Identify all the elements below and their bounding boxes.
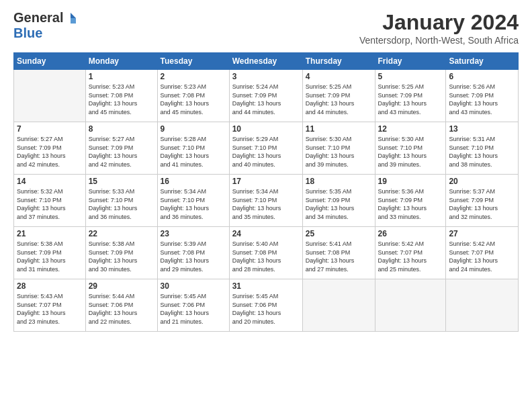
day-info: Sunrise: 5:31 AMSunset: 7:10 PMDaylight:… <box>449 135 515 169</box>
day-number: 13 <box>449 124 515 134</box>
day-info: Sunrise: 5:23 AMSunset: 7:08 PMDaylight:… <box>89 83 154 116</box>
day-cell: 6Sunrise: 5:26 AMSunset: 7:09 PMDaylight… <box>446 70 519 122</box>
day-cell <box>302 279 375 332</box>
day-cell: 9Sunrise: 5:28 AMSunset: 7:10 PMDaylight… <box>157 122 229 175</box>
day-number: 5 <box>378 72 443 81</box>
day-number: 16 <box>161 177 226 186</box>
day-number: 18 <box>306 177 372 186</box>
day-number: 12 <box>378 124 443 134</box>
day-number: 14 <box>17 177 83 186</box>
day-info: Sunrise: 5:38 AMSunset: 7:09 PMDaylight:… <box>17 240 83 273</box>
svg-marker-1 <box>71 18 76 24</box>
day-number: 30 <box>161 281 226 291</box>
header-row: Sunday Monday Tuesday Wednesday Thursday… <box>14 53 519 70</box>
month-title: January 2024 <box>359 10 519 35</box>
header: General Blue January 2024 Ventersdorp, N… <box>13 10 519 46</box>
page: General Blue January 2024 Ventersdorp, N… <box>0 0 532 411</box>
day-cell: 4Sunrise: 5:25 AMSunset: 7:09 PMDaylight… <box>302 70 375 122</box>
day-number: 27 <box>449 229 515 238</box>
svg-marker-0 <box>71 13 76 18</box>
day-cell: 7Sunrise: 5:27 AMSunset: 7:09 PMDaylight… <box>14 122 86 175</box>
day-number: 6 <box>449 72 515 81</box>
day-cell: 8Sunrise: 5:27 AMSunset: 7:09 PMDaylight… <box>85 122 157 175</box>
day-info: Sunrise: 5:41 AMSunset: 7:08 PMDaylight:… <box>306 240 372 273</box>
day-number: 10 <box>232 124 300 134</box>
week-row-2: 14Sunrise: 5:32 AMSunset: 7:10 PMDayligh… <box>14 175 519 227</box>
day-number: 23 <box>161 229 226 238</box>
day-cell: 26Sunrise: 5:42 AMSunset: 7:07 PMDayligh… <box>375 227 446 279</box>
day-number: 3 <box>232 72 300 81</box>
day-info: Sunrise: 5:26 AMSunset: 7:09 PMDaylight:… <box>449 83 515 116</box>
day-number: 11 <box>306 124 372 134</box>
day-info: Sunrise: 5:40 AMSunset: 7:08 PMDaylight:… <box>232 240 300 273</box>
header-friday: Friday <box>375 53 446 70</box>
day-cell: 28Sunrise: 5:43 AMSunset: 7:07 PMDayligh… <box>14 279 86 332</box>
day-cell: 24Sunrise: 5:40 AMSunset: 7:08 PMDayligh… <box>229 227 302 279</box>
day-cell: 19Sunrise: 5:36 AMSunset: 7:09 PMDayligh… <box>375 175 446 227</box>
week-row-4: 28Sunrise: 5:43 AMSunset: 7:07 PMDayligh… <box>14 279 519 332</box>
day-cell: 20Sunrise: 5:37 AMSunset: 7:09 PMDayligh… <box>446 175 519 227</box>
day-number: 31 <box>232 281 300 291</box>
day-info: Sunrise: 5:42 AMSunset: 7:07 PMDaylight:… <box>378 240 443 273</box>
day-info: Sunrise: 5:32 AMSunset: 7:10 PMDaylight:… <box>17 187 83 221</box>
day-info: Sunrise: 5:39 AMSunset: 7:08 PMDaylight:… <box>161 240 226 273</box>
day-info: Sunrise: 5:28 AMSunset: 7:10 PMDaylight:… <box>161 135 226 169</box>
day-cell: 13Sunrise: 5:31 AMSunset: 7:10 PMDayligh… <box>446 122 519 175</box>
day-info: Sunrise: 5:45 AMSunset: 7:06 PMDaylight:… <box>161 292 226 326</box>
day-number: 1 <box>89 72 154 81</box>
day-info: Sunrise: 5:23 AMSunset: 7:08 PMDaylight:… <box>161 83 226 116</box>
day-info: Sunrise: 5:38 AMSunset: 7:09 PMDaylight:… <box>89 240 154 273</box>
day-info: Sunrise: 5:43 AMSunset: 7:07 PMDaylight:… <box>17 292 83 326</box>
day-info: Sunrise: 5:25 AMSunset: 7:09 PMDaylight:… <box>378 83 443 116</box>
header-saturday: Saturday <box>446 53 519 70</box>
header-sunday: Sunday <box>14 53 86 70</box>
day-number: 29 <box>89 281 154 291</box>
header-tuesday: Tuesday <box>157 53 229 70</box>
day-number: 22 <box>89 229 154 238</box>
header-thursday: Thursday <box>302 53 375 70</box>
day-cell: 10Sunrise: 5:29 AMSunset: 7:10 PMDayligh… <box>229 122 302 175</box>
day-info: Sunrise: 5:25 AMSunset: 7:09 PMDaylight:… <box>306 83 372 116</box>
day-info: Sunrise: 5:37 AMSunset: 7:09 PMDaylight:… <box>449 187 515 221</box>
day-cell: 25Sunrise: 5:41 AMSunset: 7:08 PMDayligh… <box>302 227 375 279</box>
day-info: Sunrise: 5:35 AMSunset: 7:09 PMDaylight:… <box>306 187 372 221</box>
day-cell <box>375 279 446 332</box>
day-info: Sunrise: 5:27 AMSunset: 7:09 PMDaylight:… <box>89 135 154 169</box>
day-number: 20 <box>449 177 515 186</box>
logo-general-text: General <box>13 10 63 26</box>
day-info: Sunrise: 5:30 AMSunset: 7:10 PMDaylight:… <box>306 135 372 169</box>
day-cell: 5Sunrise: 5:25 AMSunset: 7:09 PMDaylight… <box>375 70 446 122</box>
day-cell: 17Sunrise: 5:34 AMSunset: 7:10 PMDayligh… <box>229 175 302 227</box>
logo-blue-text: Blue <box>13 26 42 40</box>
day-cell: 14Sunrise: 5:32 AMSunset: 7:10 PMDayligh… <box>14 175 86 227</box>
day-number: 9 <box>161 124 226 134</box>
title-block: January 2024 Ventersdorp, North-West, So… <box>359 10 519 46</box>
day-cell: 16Sunrise: 5:34 AMSunset: 7:10 PMDayligh… <box>157 175 229 227</box>
logo: General Blue <box>13 10 77 41</box>
day-cell: 21Sunrise: 5:38 AMSunset: 7:09 PMDayligh… <box>14 227 86 279</box>
header-monday: Monday <box>85 53 157 70</box>
week-row-3: 21Sunrise: 5:38 AMSunset: 7:09 PMDayligh… <box>14 227 519 279</box>
day-cell: 31Sunrise: 5:45 AMSunset: 7:06 PMDayligh… <box>229 279 302 332</box>
day-info: Sunrise: 5:24 AMSunset: 7:09 PMDaylight:… <box>232 83 300 116</box>
day-number: 26 <box>378 229 443 238</box>
day-cell: 1Sunrise: 5:23 AMSunset: 7:08 PMDaylight… <box>85 70 157 122</box>
day-info: Sunrise: 5:44 AMSunset: 7:06 PMDaylight:… <box>89 292 154 326</box>
day-info: Sunrise: 5:36 AMSunset: 7:09 PMDaylight:… <box>378 187 443 221</box>
day-number: 28 <box>17 281 83 291</box>
day-cell: 15Sunrise: 5:33 AMSunset: 7:10 PMDayligh… <box>85 175 157 227</box>
day-number: 8 <box>89 124 154 134</box>
day-cell: 27Sunrise: 5:42 AMSunset: 7:07 PMDayligh… <box>446 227 519 279</box>
day-number: 15 <box>89 177 154 186</box>
day-cell: 12Sunrise: 5:30 AMSunset: 7:10 PMDayligh… <box>375 122 446 175</box>
day-number: 21 <box>17 229 83 238</box>
day-cell: 18Sunrise: 5:35 AMSunset: 7:09 PMDayligh… <box>302 175 375 227</box>
calendar-table: Sunday Monday Tuesday Wednesday Thursday… <box>13 52 519 332</box>
day-cell <box>14 70 86 122</box>
day-cell: 29Sunrise: 5:44 AMSunset: 7:06 PMDayligh… <box>85 279 157 332</box>
day-number: 2 <box>161 72 226 81</box>
day-info: Sunrise: 5:34 AMSunset: 7:10 PMDaylight:… <box>161 187 226 221</box>
day-number: 17 <box>232 177 300 186</box>
logo-icon <box>64 11 77 25</box>
location: Ventersdorp, North-West, South Africa <box>359 35 519 46</box>
